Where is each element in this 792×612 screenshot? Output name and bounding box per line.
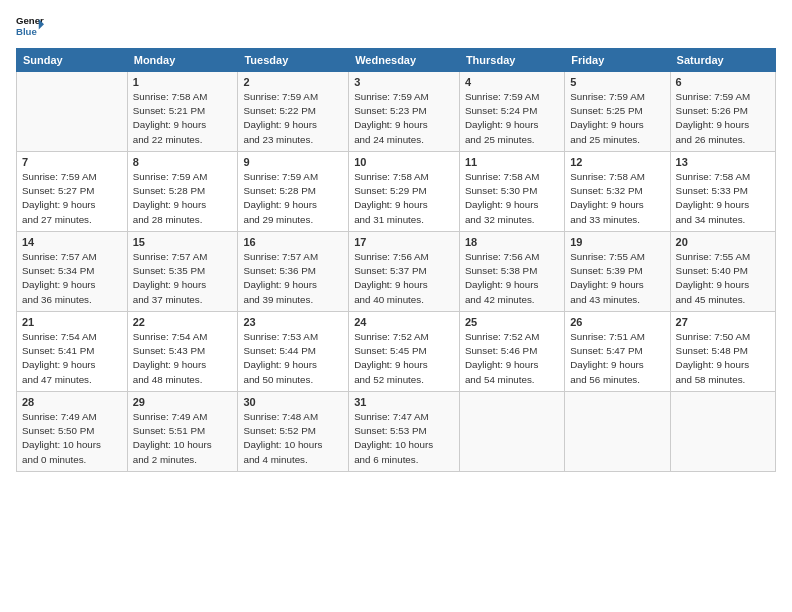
week-row-3: 14Sunrise: 7:57 AM Sunset: 5:34 PM Dayli… <box>17 232 776 312</box>
day-info: Sunrise: 7:52 AM Sunset: 5:46 PM Dayligh… <box>465 330 559 387</box>
day-info: Sunrise: 7:55 AM Sunset: 5:40 PM Dayligh… <box>676 250 770 307</box>
day-info: Sunrise: 7:49 AM Sunset: 5:50 PM Dayligh… <box>22 410 122 467</box>
day-number: 5 <box>570 76 664 88</box>
day-info: Sunrise: 7:58 AM Sunset: 5:32 PM Dayligh… <box>570 170 664 227</box>
calendar-cell: 10Sunrise: 7:58 AM Sunset: 5:29 PM Dayli… <box>349 152 460 232</box>
calendar-cell: 2Sunrise: 7:59 AM Sunset: 5:22 PM Daylig… <box>238 72 349 152</box>
day-info: Sunrise: 7:54 AM Sunset: 5:41 PM Dayligh… <box>22 330 122 387</box>
calendar-cell: 9Sunrise: 7:59 AM Sunset: 5:28 PM Daylig… <box>238 152 349 232</box>
day-number: 26 <box>570 316 664 328</box>
logo: General Blue <box>16 12 44 40</box>
day-info: Sunrise: 7:55 AM Sunset: 5:39 PM Dayligh… <box>570 250 664 307</box>
logo-icon: General Blue <box>16 12 44 40</box>
day-info: Sunrise: 7:59 AM Sunset: 5:26 PM Dayligh… <box>676 90 770 147</box>
calendar-cell: 7Sunrise: 7:59 AM Sunset: 5:27 PM Daylig… <box>17 152 128 232</box>
day-number: 7 <box>22 156 122 168</box>
calendar-cell <box>459 392 564 472</box>
calendar-cell: 1Sunrise: 7:58 AM Sunset: 5:21 PM Daylig… <box>127 72 238 152</box>
day-info: Sunrise: 7:59 AM Sunset: 5:23 PM Dayligh… <box>354 90 454 147</box>
day-info: Sunrise: 7:59 AM Sunset: 5:28 PM Dayligh… <box>243 170 343 227</box>
day-number: 6 <box>676 76 770 88</box>
calendar-cell: 22Sunrise: 7:54 AM Sunset: 5:43 PM Dayli… <box>127 312 238 392</box>
day-info: Sunrise: 7:54 AM Sunset: 5:43 PM Dayligh… <box>133 330 233 387</box>
day-number: 11 <box>465 156 559 168</box>
day-number: 31 <box>354 396 454 408</box>
week-row-1: 1Sunrise: 7:58 AM Sunset: 5:21 PM Daylig… <box>17 72 776 152</box>
calendar-cell: 19Sunrise: 7:55 AM Sunset: 5:39 PM Dayli… <box>565 232 670 312</box>
header-tuesday: Tuesday <box>238 49 349 72</box>
day-number: 19 <box>570 236 664 248</box>
day-number: 28 <box>22 396 122 408</box>
calendar-cell: 13Sunrise: 7:58 AM Sunset: 5:33 PM Dayli… <box>670 152 775 232</box>
day-info: Sunrise: 7:56 AM Sunset: 5:37 PM Dayligh… <box>354 250 454 307</box>
day-info: Sunrise: 7:59 AM Sunset: 5:22 PM Dayligh… <box>243 90 343 147</box>
calendar-cell: 15Sunrise: 7:57 AM Sunset: 5:35 PM Dayli… <box>127 232 238 312</box>
day-info: Sunrise: 7:59 AM Sunset: 5:25 PM Dayligh… <box>570 90 664 147</box>
calendar-cell: 5Sunrise: 7:59 AM Sunset: 5:25 PM Daylig… <box>565 72 670 152</box>
calendar-cell: 23Sunrise: 7:53 AM Sunset: 5:44 PM Dayli… <box>238 312 349 392</box>
day-info: Sunrise: 7:57 AM Sunset: 5:34 PM Dayligh… <box>22 250 122 307</box>
day-info: Sunrise: 7:50 AM Sunset: 5:48 PM Dayligh… <box>676 330 770 387</box>
calendar-cell: 3Sunrise: 7:59 AM Sunset: 5:23 PM Daylig… <box>349 72 460 152</box>
calendar-cell: 25Sunrise: 7:52 AM Sunset: 5:46 PM Dayli… <box>459 312 564 392</box>
day-number: 21 <box>22 316 122 328</box>
day-number: 25 <box>465 316 559 328</box>
calendar-cell: 8Sunrise: 7:59 AM Sunset: 5:28 PM Daylig… <box>127 152 238 232</box>
calendar-cell: 28Sunrise: 7:49 AM Sunset: 5:50 PM Dayli… <box>17 392 128 472</box>
calendar-cell: 26Sunrise: 7:51 AM Sunset: 5:47 PM Dayli… <box>565 312 670 392</box>
day-number: 1 <box>133 76 233 88</box>
calendar-cell <box>17 72 128 152</box>
day-info: Sunrise: 7:58 AM Sunset: 5:29 PM Dayligh… <box>354 170 454 227</box>
header-friday: Friday <box>565 49 670 72</box>
day-info: Sunrise: 7:49 AM Sunset: 5:51 PM Dayligh… <box>133 410 233 467</box>
day-number: 27 <box>676 316 770 328</box>
week-row-4: 21Sunrise: 7:54 AM Sunset: 5:41 PM Dayli… <box>17 312 776 392</box>
day-number: 15 <box>133 236 233 248</box>
day-number: 14 <box>22 236 122 248</box>
calendar-cell: 21Sunrise: 7:54 AM Sunset: 5:41 PM Dayli… <box>17 312 128 392</box>
day-info: Sunrise: 7:59 AM Sunset: 5:27 PM Dayligh… <box>22 170 122 227</box>
header-monday: Monday <box>127 49 238 72</box>
day-info: Sunrise: 7:59 AM Sunset: 5:24 PM Dayligh… <box>465 90 559 147</box>
day-number: 4 <box>465 76 559 88</box>
calendar-cell: 20Sunrise: 7:55 AM Sunset: 5:40 PM Dayli… <box>670 232 775 312</box>
calendar-cell <box>670 392 775 472</box>
svg-text:Blue: Blue <box>16 26 37 37</box>
day-info: Sunrise: 7:59 AM Sunset: 5:28 PM Dayligh… <box>133 170 233 227</box>
calendar-cell: 12Sunrise: 7:58 AM Sunset: 5:32 PM Dayli… <box>565 152 670 232</box>
day-number: 22 <box>133 316 233 328</box>
day-number: 16 <box>243 236 343 248</box>
page-header: General Blue <box>16 12 776 40</box>
day-info: Sunrise: 7:51 AM Sunset: 5:47 PM Dayligh… <box>570 330 664 387</box>
day-info: Sunrise: 7:56 AM Sunset: 5:38 PM Dayligh… <box>465 250 559 307</box>
calendar-cell: 16Sunrise: 7:57 AM Sunset: 5:36 PM Dayli… <box>238 232 349 312</box>
calendar-cell: 4Sunrise: 7:59 AM Sunset: 5:24 PM Daylig… <box>459 72 564 152</box>
calendar-cell: 24Sunrise: 7:52 AM Sunset: 5:45 PM Dayli… <box>349 312 460 392</box>
day-number: 29 <box>133 396 233 408</box>
day-info: Sunrise: 7:52 AM Sunset: 5:45 PM Dayligh… <box>354 330 454 387</box>
day-info: Sunrise: 7:47 AM Sunset: 5:53 PM Dayligh… <box>354 410 454 467</box>
week-row-2: 7Sunrise: 7:59 AM Sunset: 5:27 PM Daylig… <box>17 152 776 232</box>
calendar-header-row: SundayMondayTuesdayWednesdayThursdayFrid… <box>17 49 776 72</box>
calendar-cell: 27Sunrise: 7:50 AM Sunset: 5:48 PM Dayli… <box>670 312 775 392</box>
day-info: Sunrise: 7:57 AM Sunset: 5:35 PM Dayligh… <box>133 250 233 307</box>
day-number: 2 <box>243 76 343 88</box>
calendar-table: SundayMondayTuesdayWednesdayThursdayFrid… <box>16 48 776 472</box>
day-info: Sunrise: 7:53 AM Sunset: 5:44 PM Dayligh… <box>243 330 343 387</box>
header-saturday: Saturday <box>670 49 775 72</box>
week-row-5: 28Sunrise: 7:49 AM Sunset: 5:50 PM Dayli… <box>17 392 776 472</box>
day-number: 3 <box>354 76 454 88</box>
day-number: 23 <box>243 316 343 328</box>
header-wednesday: Wednesday <box>349 49 460 72</box>
calendar-cell: 6Sunrise: 7:59 AM Sunset: 5:26 PM Daylig… <box>670 72 775 152</box>
day-info: Sunrise: 7:57 AM Sunset: 5:36 PM Dayligh… <box>243 250 343 307</box>
day-number: 10 <box>354 156 454 168</box>
day-number: 30 <box>243 396 343 408</box>
day-info: Sunrise: 7:58 AM Sunset: 5:21 PM Dayligh… <box>133 90 233 147</box>
calendar-cell: 11Sunrise: 7:58 AM Sunset: 5:30 PM Dayli… <box>459 152 564 232</box>
calendar-cell: 17Sunrise: 7:56 AM Sunset: 5:37 PM Dayli… <box>349 232 460 312</box>
day-number: 12 <box>570 156 664 168</box>
day-number: 24 <box>354 316 454 328</box>
day-info: Sunrise: 7:58 AM Sunset: 5:30 PM Dayligh… <box>465 170 559 227</box>
day-number: 18 <box>465 236 559 248</box>
